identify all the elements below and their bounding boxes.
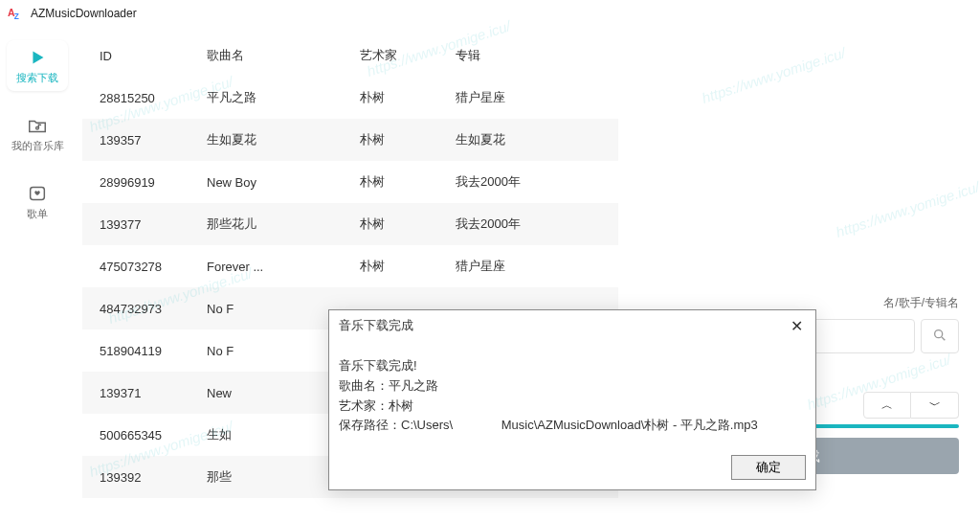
dialog-body: 音乐下载完成! 歌曲名：平凡之路 艺术家：朴树 保存路径：C:\Users\ M… xyxy=(329,341,815,445)
cell-album: 猎户星座 xyxy=(456,89,609,106)
app-logo-icon: AZ xyxy=(8,5,25,22)
sidebar-item-label: 歌单 xyxy=(27,207,48,221)
dialog-line: 音乐下载完成! xyxy=(339,356,806,376)
cell-name: 那些花儿 xyxy=(207,216,360,233)
cell-artist: 朴树 xyxy=(360,258,456,275)
sidebar-item-label: 我的音乐库 xyxy=(11,139,64,153)
sidebar: 搜索下载 我的音乐库 歌单 xyxy=(0,27,75,522)
cell-id: 139371 xyxy=(82,386,207,400)
cell-artist: 朴树 xyxy=(360,89,456,106)
dialog-line: 艺术家：朴树 xyxy=(339,397,806,417)
sidebar-item-search[interactable]: 搜索下载 xyxy=(7,40,68,91)
table-header-row: ID 歌曲名 艺术家 专辑 xyxy=(82,34,618,77)
svg-text:Z: Z xyxy=(14,12,19,21)
cell-id: 139377 xyxy=(82,217,207,232)
dialog-title: 音乐下载完成 xyxy=(339,317,413,334)
cell-artist: 朴树 xyxy=(360,173,456,191)
cell-album: 生如夏花 xyxy=(456,131,609,148)
cell-id: 500665345 xyxy=(82,428,207,443)
sidebar-item-library[interactable]: 我的音乐库 xyxy=(7,108,68,159)
cell-name: Forever ... xyxy=(207,260,360,274)
next-button[interactable]: ﹀ xyxy=(911,392,959,419)
col-album: 专辑 xyxy=(456,47,609,64)
cell-name: New Boy xyxy=(207,175,360,190)
cell-artist: 朴树 xyxy=(360,216,456,233)
dialog-line: 歌曲名：平凡之路 xyxy=(339,376,806,397)
folder-music-icon xyxy=(26,114,49,137)
prev-button[interactable]: ︿ xyxy=(863,392,911,419)
sidebar-item-label: 搜索下载 xyxy=(16,71,58,85)
chevron-down-icon: ﹀ xyxy=(929,397,941,414)
dialog-ok-button[interactable]: 确定 xyxy=(731,455,806,480)
download-complete-dialog: 音乐下载完成 ✕ 音乐下载完成! 歌曲名：平凡之路 艺术家：朴树 保存路径：C:… xyxy=(328,309,816,490)
sidebar-item-playlist[interactable]: 歌单 xyxy=(7,176,68,227)
table-row[interactable]: 139357生如夏花朴树生如夏花 xyxy=(82,119,618,161)
cell-album: 猎户星座 xyxy=(456,258,609,275)
col-name: 歌曲名 xyxy=(207,47,360,64)
dialog-line: 保存路径：C:\Users\ Music\AZMusicDownload\朴树 … xyxy=(339,416,806,436)
cell-id: 475073278 xyxy=(82,260,207,274)
dialog-close-button[interactable]: ✕ xyxy=(787,316,806,335)
close-icon: ✕ xyxy=(791,317,803,335)
title-bar: AZ AZMusicDownloader xyxy=(0,0,980,27)
col-artist: 艺术家 xyxy=(360,47,456,64)
cell-album: 我去2000年 xyxy=(456,173,609,191)
chevron-up-icon: ︿ xyxy=(881,397,893,414)
table-row[interactable]: 28815250平凡之路朴树猎户星座 xyxy=(82,77,618,119)
cell-id: 28996919 xyxy=(82,175,207,190)
cell-album: 我去2000年 xyxy=(456,216,609,233)
cell-id: 518904119 xyxy=(82,344,207,358)
app-title: AZMusicDownloader xyxy=(31,7,137,20)
cell-name: 平凡之路 xyxy=(207,89,360,106)
cell-id: 139357 xyxy=(82,133,207,148)
search-button[interactable] xyxy=(921,319,959,353)
table-row[interactable]: 475073278Forever ...朴树猎户星座 xyxy=(82,245,618,287)
col-id: ID xyxy=(82,49,207,63)
cell-id: 28815250 xyxy=(82,91,207,105)
search-icon xyxy=(932,328,947,346)
cell-artist: 朴树 xyxy=(360,131,456,148)
cell-id: 139392 xyxy=(82,470,207,485)
table-row[interactable]: 139377那些花儿朴树我去2000年 xyxy=(82,203,618,245)
cell-name: 生如夏花 xyxy=(207,131,360,148)
cell-id: 484732973 xyxy=(82,302,207,316)
svg-point-4 xyxy=(935,329,943,337)
table-row[interactable]: 28996919New Boy朴树我去2000年 xyxy=(82,161,618,203)
play-icon xyxy=(26,46,49,69)
playlist-heart-icon xyxy=(26,182,49,205)
